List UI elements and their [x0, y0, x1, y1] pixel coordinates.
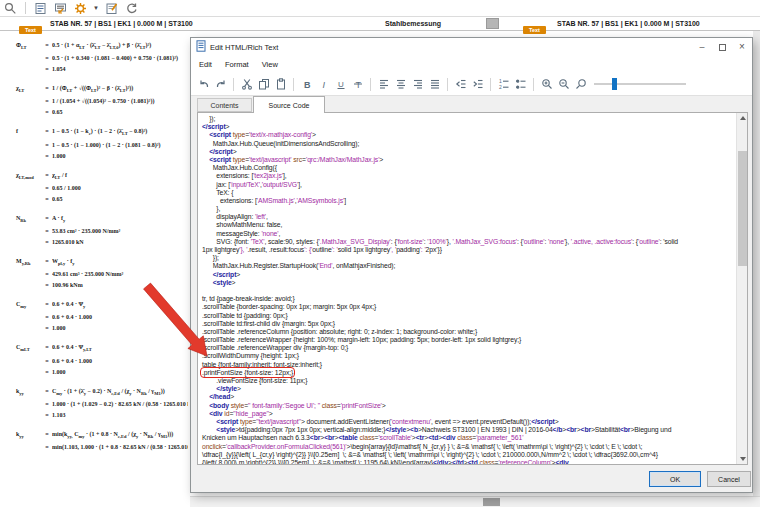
formula-row: χLT=1 / (ΦLT + √((ΦLT)² − β · (λ̄LT)²))	[16, 83, 188, 96]
formula-row: NRk=A · fy	[16, 213, 188, 226]
formula-row: =0.65 / 1.000	[16, 183, 188, 194]
strikethrough-icon[interactable]: T	[350, 76, 365, 92]
svg-text:U: U	[338, 80, 344, 89]
code-editor-pane: }); </script> <script type='text/x-mathj…	[197, 112, 748, 465]
underline-icon[interactable]: U	[333, 76, 348, 92]
align-left-icon[interactable]	[376, 76, 391, 92]
redo-icon[interactable]	[213, 76, 228, 92]
formula-row: =1265.010 kN	[16, 237, 188, 248]
undo-icon[interactable]	[196, 76, 211, 92]
italic-icon[interactable]: I	[316, 76, 331, 92]
formula-row: My,Rk=Wpl,y · fy	[16, 256, 188, 269]
document-header: Text STAB NR. 57 | BS1 | EK1 | 0.000 M |…	[0, 17, 760, 31]
formula-row: =1 − 0.5 · (1 − 1.000) · (1 − 2 · (1.081…	[16, 140, 188, 151]
menu-item-edit[interactable]: Edit	[199, 60, 212, 69]
formula-row: =1.103	[16, 410, 188, 421]
bullet-list-icon[interactable]	[513, 76, 528, 92]
align-right-icon[interactable]	[410, 76, 425, 92]
zoom-slider-handle[interactable]	[612, 78, 617, 90]
zoom-in-icon[interactable]	[539, 76, 554, 92]
indent-increase-icon[interactable]	[470, 76, 485, 92]
zoom-slider[interactable]	[594, 78, 686, 90]
align-center-icon[interactable]	[393, 76, 408, 92]
formula-row: =0.65	[16, 107, 188, 118]
text-badge: Text	[523, 20, 546, 38]
app-toolbar: ▼	[0, 0, 760, 17]
member-info-title: STAB NR. 57 | BS1 | EK1 | 0.000 M | ST31…	[557, 20, 700, 27]
svg-text:2: 2	[499, 84, 502, 90]
cancel-button[interactable]: Cancel	[707, 471, 751, 487]
print-preview-icon[interactable]	[53, 0, 68, 16]
formula-row: kyy=min(kyy, Cmy · (1 + 0.8 · Nc,Ed / (χ…	[16, 429, 188, 442]
paste-icon[interactable]	[273, 76, 288, 92]
edit-html-dialog: Edit HTML/Rich Text – × Edit Format View…	[190, 37, 753, 493]
member-info-title: STAB NR. 57 | BS1 | EK1 | 0.000 M | ST31…	[50, 20, 193, 27]
highlighted-css-rule: .printFontSize {font-size: 12px;}	[202, 369, 293, 376]
settings-gear-icon[interactable]	[73, 0, 88, 16]
numbered-list-icon[interactable]: 12	[496, 76, 511, 92]
tab-source-code[interactable]: Source Code	[253, 96, 325, 113]
svg-text:I: I	[322, 80, 325, 90]
dialog-toolbar: B I U T 12	[191, 73, 752, 96]
copy-icon[interactable]	[256, 76, 271, 92]
svg-text:B: B	[304, 80, 311, 90]
formula-row: kyy=Cmy · (1 + (λ̄y − 0.2) · Nc,Ed / (χy…	[16, 386, 188, 399]
formula-panel: ΦLT=0.5 · (1 + αLT · (λ̄LT − λ̄LT,0) + β…	[0, 34, 190, 507]
formula-row: =1.000	[16, 151, 188, 162]
align-justify-icon[interactable]	[427, 76, 442, 92]
formula-row: f=1 − 0.5 · (1 − kc) · (1 − 2 · (λ̄LT − …	[16, 126, 188, 139]
zoom-reset-icon[interactable]	[573, 76, 588, 92]
dropdown-caret-icon[interactable]: ▼	[93, 5, 99, 11]
dialog-title: Edit HTML/Rich Text	[210, 43, 692, 52]
indent-decrease-icon[interactable]	[453, 76, 468, 92]
formula-row: =1.000 · (1 + (1.029 − 0.2) · 82.65 kN /…	[16, 399, 188, 410]
tab-contents[interactable]: Contents	[197, 98, 252, 112]
background-vertical-scrollbar[interactable]	[753, 31, 760, 507]
menu-item-format[interactable]: Format	[225, 60, 249, 69]
maximize-button[interactable]	[712, 39, 732, 55]
dialog-titlebar[interactable]: Edit HTML/Rich Text – ×	[191, 38, 752, 56]
document-icon	[196, 38, 206, 56]
formula-row: =53.83 cm² · 235.000 N/mm²	[16, 226, 188, 237]
module-title: Stahlbemessung	[385, 20, 441, 27]
cut-icon[interactable]	[239, 76, 254, 92]
ok-button[interactable]: OK	[649, 471, 701, 487]
scroll-up-icon[interactable]	[737, 113, 748, 123]
background-horizontal-scrollbar[interactable]	[190, 496, 760, 507]
formula-row: =0.65	[16, 194, 188, 205]
search-icon[interactable]	[3, 0, 18, 16]
header-grip[interactable]	[486, 18, 499, 29]
formula-row: =1.054	[16, 64, 188, 75]
dialog-menubar: Edit Format View	[191, 56, 752, 73]
edit-note-icon[interactable]	[104, 0, 119, 16]
source-code[interactable]: }); </script> <script type='text/x-mathj…	[198, 113, 736, 464]
formula-row: =min(1.103, 1.000 · (1 + 0.8 · 82.65 kN …	[16, 442, 188, 453]
formula-row: ΦLT=0.5 · (1 + αLT · (λ̄LT − λ̄LT,0) + β…	[16, 40, 188, 53]
toolbar-divider	[25, 2, 26, 14]
refresh-icon[interactable]	[124, 0, 139, 16]
zoom-out-icon[interactable]	[556, 76, 571, 92]
close-button[interactable]: ×	[732, 39, 752, 55]
code-vertical-scrollbar[interactable]	[736, 113, 747, 464]
minimize-button[interactable]: –	[692, 39, 712, 55]
scroll-down-icon[interactable]	[737, 454, 748, 464]
bold-icon[interactable]: B	[299, 76, 314, 92]
scrollbar-thumb[interactable]	[738, 151, 747, 266]
formula-row: =0.5 · (1 + 0.340 · (1.081 − 0.400) + 0.…	[16, 53, 188, 64]
formula-row: χLT,mod=χLT / f	[16, 170, 188, 183]
menu-item-view[interactable]: View	[262, 60, 278, 69]
formula-row: =1 / (1.054 + √((1.054)² − 0.750 · (1.08…	[16, 96, 188, 107]
zoom-slider-track	[594, 83, 686, 85]
report-icon[interactable]	[33, 0, 48, 16]
horizontal-scrollbar-thumb[interactable]	[483, 498, 500, 506]
annotation-arrow	[138, 278, 218, 368]
formula-row: =1.000	[16, 367, 188, 378]
